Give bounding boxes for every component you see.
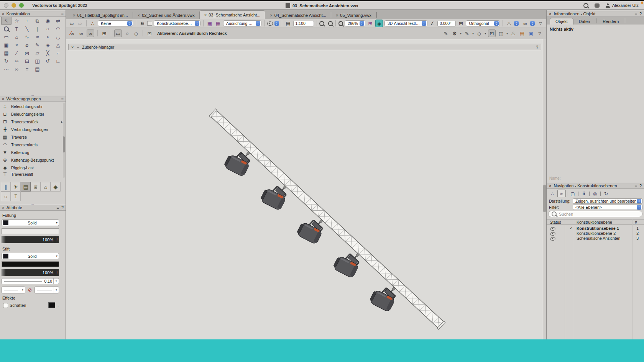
info-tab-daten[interactable]: Daten xyxy=(573,18,595,25)
document-tab-2[interactable]: ×02_Suchen und Ändern.vwx xyxy=(133,11,199,19)
scissors-tool[interactable]: ⋈ xyxy=(22,49,32,57)
toolset-lighting[interactable]: ☀ xyxy=(11,182,21,192)
screen-select-icon[interactable]: ⊡ xyxy=(146,30,153,37)
darstellung-dropdown-button[interactable]: ▴▾ xyxy=(637,199,641,203)
class-options-icon[interactable]: ∴ xyxy=(89,20,96,27)
nav-design-layers[interactable]: ≋ xyxy=(557,190,566,197)
snap-plus-icon[interactable]: ∞ xyxy=(87,29,94,37)
select-similar-tool[interactable]: ◈ xyxy=(43,41,53,49)
disable-snap-icon[interactable]: ∞ xyxy=(69,30,76,37)
werkzeug-item-10[interactable]: ⊤Traversenlift xyxy=(2,172,63,177)
filter-dropdown-button[interactable]: ▴▾ xyxy=(637,205,641,210)
nav-viewports[interactable]: ◎ xyxy=(591,190,599,197)
polygon-select-icon[interactable]: ◇ xyxy=(133,30,140,37)
nav-sheet-layers[interactable]: ▢ xyxy=(568,190,577,197)
visibility-dropdown-button[interactable]: ▴▾ xyxy=(274,21,279,26)
no-marker-icon[interactable]: ⊘ xyxy=(28,287,32,293)
palette-menu-icon[interactable]: ≡ xyxy=(61,97,64,101)
toolset-visualization[interactable]: ○ xyxy=(1,192,11,201)
binoculars-icon[interactable]: ∞ xyxy=(522,20,529,27)
help-icon[interactable]: ? xyxy=(639,11,642,16)
document-tab-5[interactable]: ×05_Vorhang.vwx xyxy=(331,11,376,19)
tab-close-icon[interactable]: × xyxy=(73,13,75,18)
status-column-header[interactable]: Status xyxy=(550,220,561,224)
layer-search-field[interactable]: Suchen xyxy=(548,211,642,217)
user-menu[interactable]: Alexander Utz xyxy=(606,3,639,8)
zoom-in-icon[interactable] xyxy=(319,21,324,26)
class-dropdown-button[interactable]: ▴▾ xyxy=(127,21,132,26)
oval-select-icon[interactable]: ○ xyxy=(124,30,131,37)
werkzeug-item-6[interactable]: ◠Traversenkreis xyxy=(2,141,63,149)
circle-tool[interactable]: ○ xyxy=(43,25,53,33)
layers-icon[interactable]: ≋ xyxy=(139,20,146,27)
spiral-tool[interactable]: ∾ xyxy=(12,57,22,65)
truss-drawing[interactable] xyxy=(66,39,546,339)
darstellung-dropdown[interactable]: Zeigen, ausrichten und bearbeiten ▴▾ xyxy=(573,198,642,204)
multi-view-icon[interactable]: ⊞ xyxy=(367,20,374,27)
class-dropdown[interactable]: Keine ▴▾ xyxy=(98,20,133,26)
render-mode-icon[interactable]: ♨ xyxy=(510,30,517,37)
saved-view-icon-2[interactable]: ▦ xyxy=(215,20,222,27)
alignment-dropdown-button[interactable]: ▴▾ xyxy=(256,21,260,26)
layer-dropdown[interactable]: Konstruktionsebene-1 ▴▾ xyxy=(154,20,200,26)
layer-color-swatch[interactable] xyxy=(147,21,152,26)
binoculars-dropdown-button[interactable]: ▴▾ xyxy=(530,21,535,26)
werkzeug-item-5[interactable]: ▤Traverse xyxy=(2,133,63,141)
duplicate-view-tool[interactable]: ⧉ xyxy=(32,17,43,25)
knife-tool[interactable]: ∕ xyxy=(12,49,22,57)
scale-icon[interactable]: ▤ xyxy=(285,20,292,27)
zoom-window-icon[interactable] xyxy=(328,21,333,26)
visibility-eye-icon[interactable] xyxy=(550,232,555,236)
control-center-icon[interactable] xyxy=(595,3,600,8)
close-icon[interactable]: × xyxy=(549,183,551,188)
render-teapot-icon[interactable]: ♨ xyxy=(506,20,513,27)
toolset-truss[interactable]: ▤ xyxy=(21,182,31,192)
pen-mode-icon[interactable]: ✎ xyxy=(463,30,470,37)
axonometric-view-icon[interactable]: ◈ xyxy=(375,20,383,27)
palette-menu-icon[interactable]: ≡ xyxy=(61,11,64,16)
werkzeug-item-7[interactable]: ▼Kettenzug xyxy=(2,149,63,156)
toolset-rendering[interactable]: ◆ xyxy=(51,182,61,192)
werkzeug-item-1[interactable]: ∴Beleuchtungsrohr xyxy=(2,103,63,110)
werkzeug-item-4[interactable]: ╋Verbindung einfügen xyxy=(2,126,63,133)
pan-hand-tool[interactable]: + xyxy=(22,17,32,25)
fillet-tool[interactable]: ⌐ xyxy=(53,49,63,57)
werkzeug-item-9[interactable]: ◆Rigging-Last xyxy=(2,164,63,172)
scale-field[interactable]: 1:100 xyxy=(293,21,314,26)
visibility-eye-icon[interactable] xyxy=(550,237,555,241)
palette-menu-icon[interactable]: ≡ xyxy=(56,205,59,210)
werkzeug-item-8[interactable]: ⊕Kettenzug-Bezugspunkt xyxy=(2,156,63,164)
line-weight-dropdown[interactable]: 0.10▾ xyxy=(2,278,59,284)
info-tab-rendern[interactable]: Rendern xyxy=(597,18,624,25)
flyover-tool[interactable]: ◉ xyxy=(43,17,53,25)
tab-close-icon[interactable]: × xyxy=(336,13,338,18)
eyedropper-tool[interactable]: ✎ xyxy=(32,41,43,49)
toolbar-overflow-chevron[interactable]: ▽ xyxy=(537,20,544,27)
saved-view-icon-1[interactable]: ▦ xyxy=(206,20,213,27)
double-line-tool[interactable]: ∥ xyxy=(32,25,43,33)
fill-opacity-slider[interactable]: 100% ⋮ xyxy=(2,236,59,243)
drawing-canvas[interactable]: × − Zubehör-Manager ? xyxy=(66,39,546,339)
mode-overflow-chevron[interactable]: ▽ xyxy=(536,30,543,37)
nav-classes[interactable]: ⠿ xyxy=(580,190,588,197)
werkzeug-item-3[interactable]: ⊞Traversenstück▸ xyxy=(2,118,63,126)
nav-references[interactable]: ↻ xyxy=(602,190,610,197)
visibility-eye-icon[interactable] xyxy=(267,21,273,26)
polyline-tool[interactable]: ∿ xyxy=(22,33,32,41)
hierarchy-icon[interactable]: ⊞ xyxy=(101,30,108,37)
magic-wand-tool[interactable]: ☆ xyxy=(12,17,22,25)
tape-measure-tool[interactable]: ⊟ xyxy=(22,57,32,65)
rectangle-tool[interactable]: ▭ xyxy=(1,33,12,41)
projection-dropdown[interactable]: Orthogonal ▴▾ xyxy=(466,20,500,26)
forward-button[interactable]: ⇨ xyxy=(77,20,84,27)
tab-close-icon[interactable]: × xyxy=(204,13,207,17)
rotate-tool[interactable]: ↻ xyxy=(1,57,12,65)
layer-row-1[interactable]: ✓Konstruktionsebene-11 xyxy=(547,226,644,231)
pen-color-bar[interactable] xyxy=(2,261,59,267)
shadow-menu-icon[interactable]: ⋮ xyxy=(56,303,60,307)
rotate-ccw-tool[interactable]: ↺ xyxy=(43,57,53,65)
toolset-spotlight[interactable]: ♕ xyxy=(31,182,41,192)
extrude-tool[interactable]: ▣ xyxy=(1,41,12,49)
axis-line-tool[interactable]: ⌀ xyxy=(22,41,32,49)
toolset-building[interactable]: ⌂ xyxy=(41,182,51,192)
